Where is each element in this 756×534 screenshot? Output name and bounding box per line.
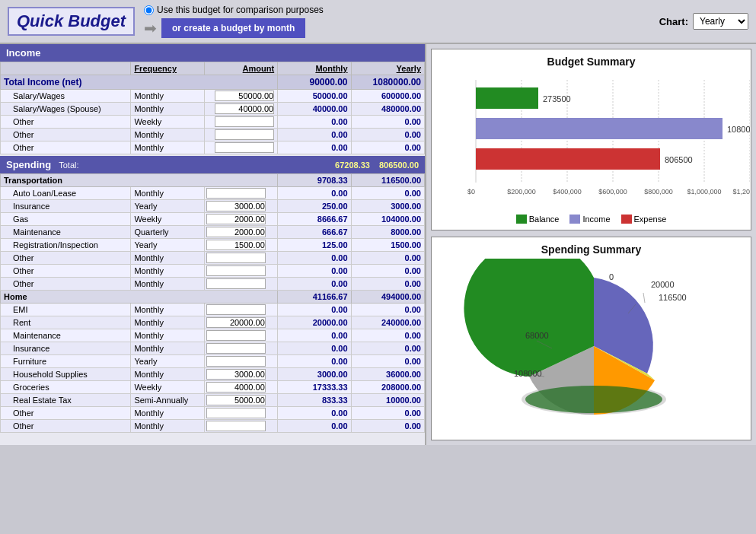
svg-text:$800,000: $800,000 [644, 188, 673, 195]
row-freq: Monthly [131, 90, 204, 103]
row-amount[interactable] [204, 103, 277, 116]
budget-bar-chart: 273500 1080000 806500 $0 $200,000 $400,0… [438, 72, 750, 213]
col-monthly-header: Monthly [278, 62, 351, 75]
table-row: Groceries Weekly 17333.33 208000.00 [1, 381, 425, 394]
table-row: EMI Monthly 0.00 0.00 [1, 304, 425, 316]
svg-rect-9 [476, 118, 723, 139]
table-row: Furniture Yearly 0.00 0.00 [1, 355, 425, 368]
svg-text:$400,000: $400,000 [553, 188, 582, 195]
row-freq: Weekly [131, 116, 204, 129]
budget-summary-box: Budget Summary 273500 1080000 [431, 49, 751, 230]
table-row: Other Monthly 0.00 0.00 [1, 265, 425, 278]
table-row: Maintenance Quarterly 666.67 8000.00 [1, 226, 425, 239]
row-yearly: 480000.00 [351, 103, 424, 116]
category-name: Transportation [1, 174, 278, 187]
create-budget-button[interactable]: or create a budget by month [161, 18, 305, 38]
spending-section-header: Spending Total: 67208.33 806500.00 [0, 156, 425, 173]
table-row: Maintenance Monthly 0.00 0.00 [1, 329, 425, 342]
arrow-icon: ➡ [144, 19, 157, 37]
svg-line-29 [643, 293, 645, 303]
table-row: Other Monthly 0.00 0.00 [1, 129, 425, 141]
logo: Quick Budget [8, 7, 135, 36]
row-monthly: 0.00 [278, 116, 351, 129]
category-monthly: 9708.33 [278, 174, 351, 187]
legend-income: Income [569, 215, 610, 224]
table-row: Insurance Monthly 0.00 0.00 [1, 342, 425, 355]
row-name: Salary/Wages (Spouse) [1, 103, 131, 116]
svg-text:494000: 494000 [617, 418, 645, 428]
table-row: Other Weekly 0.00 0.00 [1, 116, 425, 129]
col-yearly-header: Yearly [351, 62, 424, 75]
row-monthly: 0.00 [278, 141, 351, 154]
col-amount-header: Amount [204, 62, 277, 75]
row-yearly: 0.00 [351, 141, 424, 154]
svg-text:$1,000,000: $1,000,000 [687, 188, 721, 195]
svg-point-21 [525, 386, 662, 413]
table-row: Registration/Inspection Yearly 125.00 15… [1, 239, 425, 252]
spending-summary-box: Spending Summary [431, 237, 751, 440]
table-row: Gas Weekly 8666.67 104000.00 [1, 213, 425, 226]
category-monthly: 41166.67 [278, 291, 351, 304]
spending-pie-chart: 116500 20000 0 68000 108000 494000 [438, 259, 750, 434]
svg-text:273500: 273500 [543, 94, 571, 103]
table-row: Other Monthly 0.00 0.00 [1, 420, 425, 433]
income-title: Income [6, 47, 41, 59]
col-name-header [1, 62, 131, 75]
svg-text:116500: 116500 [659, 293, 687, 302]
svg-rect-11 [476, 148, 660, 170]
bar-chart-legend: Balance Income Expense [438, 215, 745, 224]
row-monthly: 0.00 [278, 129, 351, 141]
row-name: Other [1, 129, 131, 141]
table-row: Auto Loan/Lease Monthly 0.00 0.00 [1, 187, 425, 200]
svg-text:$200,000: $200,000 [507, 188, 536, 195]
row-amount[interactable] [204, 116, 277, 129]
svg-rect-7 [476, 87, 538, 109]
left-panel: Income Frequency Amount Monthly Yearly T… [0, 44, 426, 445]
table-row: Other Monthly 0.00 0.00 [1, 252, 425, 265]
svg-text:806500: 806500 [665, 155, 693, 164]
spending-title: Spending [6, 159, 51, 170]
row-name: Salary/Wages [1, 90, 131, 103]
row-name: Other [1, 116, 131, 129]
col-freq-header: Frequency [131, 62, 204, 75]
income-total-label: Total Income (net) [1, 75, 278, 90]
row-yearly: 0.00 [351, 129, 424, 141]
svg-text:0: 0 [609, 272, 614, 281]
table-row: Other Monthly 0.00 0.00 [1, 141, 425, 154]
chart-label: Chart: [659, 16, 688, 27]
legend-expense: Expense [621, 215, 667, 224]
row-amount[interactable] [204, 129, 277, 141]
table-row: Salary/Wages (Spouse) Monthly 40000.00 4… [1, 103, 425, 116]
table-row: Other Monthly 0.00 0.00 [1, 278, 425, 291]
svg-text:68000: 68000 [525, 331, 549, 340]
svg-text:1080000: 1080000 [727, 125, 750, 134]
category-header-row: Home 41166.67 494000.00 [1, 291, 425, 304]
row-amount[interactable] [204, 141, 277, 154]
row-freq: Monthly [131, 103, 204, 116]
category-yearly: 494000.00 [351, 291, 424, 304]
chart-select[interactable]: Yearly Monthly [693, 13, 748, 30]
row-amount[interactable] [204, 90, 277, 103]
row-monthly: 40000.00 [278, 103, 351, 116]
main-content: Income Frequency Amount Monthly Yearly T… [0, 44, 756, 445]
category-yearly: 116500.00 [351, 174, 424, 187]
row-yearly: 600000.00 [351, 90, 424, 103]
comparison-radio[interactable] [144, 5, 154, 15]
category-name: Home [1, 291, 278, 304]
category-header-row: Transportation 9708.33 116500.00 [1, 174, 425, 187]
svg-text:20000: 20000 [651, 280, 675, 289]
spending-total-monthly: 67208.33 [335, 161, 370, 170]
svg-text:$1,200,000: $1,200,000 [732, 188, 750, 195]
table-row: Real Estate Tax Semi-Annually 833.33 100… [1, 394, 425, 407]
table-row: Other Monthly 0.00 0.00 [1, 407, 425, 420]
income-total-row: Total Income (net) 90000.00 1080000.00 [1, 75, 425, 90]
row-name: Other [1, 141, 131, 154]
transportation-table: Transportation 9708.33 116500.00 Auto Lo… [0, 173, 425, 433]
svg-text:$600,000: $600,000 [598, 188, 627, 195]
income-section-header: Income [0, 44, 425, 62]
top-bar: Quick Budget Use this budget for compari… [0, 0, 756, 44]
spending-total-yearly: 806500.00 [379, 161, 419, 170]
right-panel: Budget Summary 273500 1080000 [426, 44, 756, 445]
svg-text:$0: $0 [467, 188, 475, 195]
table-row: Rent Monthly 20000.00 240000.00 [1, 316, 425, 329]
